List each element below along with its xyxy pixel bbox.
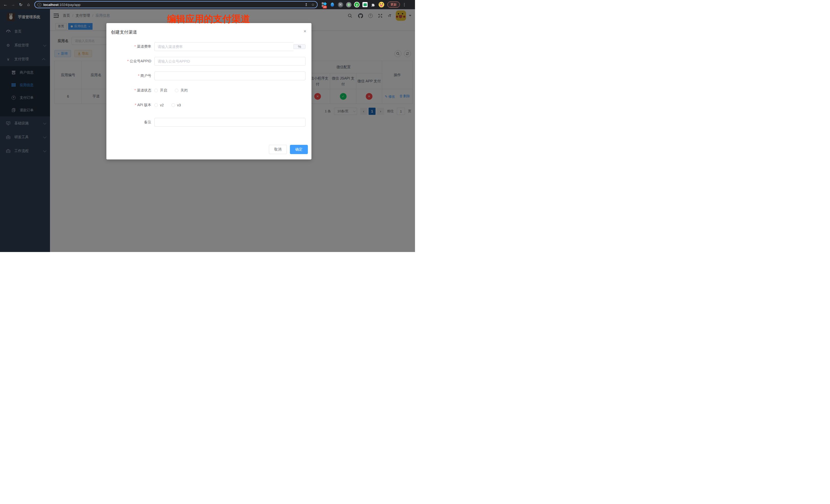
browser-forward-icon[interactable]: → xyxy=(10,1,17,8)
browser-update-button[interactable]: 更新 xyxy=(387,2,400,8)
dialog-form: 渠道费率 % 公众号APPID 商户号 渠道状态 xyxy=(106,42,312,127)
create-channel-dialog: 创建支付渠道 × 渠道费率 % 公众号APPID 商户号 xyxy=(106,23,312,159)
address-bar[interactable]: i localhost:1024/pay/app ↥ ☆ xyxy=(34,1,318,8)
url-text[interactable]: localhost:1024/pay/app xyxy=(43,3,81,7)
radio-circle-icon xyxy=(154,103,158,107)
command-extension-icon[interactable]: ⌘ xyxy=(338,2,343,7)
remark-input[interactable] xyxy=(154,118,306,127)
merchant-id-input[interactable] xyxy=(154,71,306,80)
percent-suffix: % xyxy=(293,44,306,49)
browser-back-icon[interactable]: ← xyxy=(2,1,9,8)
field-label-rate: 渠道费率 xyxy=(106,44,154,49)
cancel-button[interactable]: 取消 xyxy=(269,145,287,154)
balloon-extension-icon[interactable] xyxy=(329,2,335,7)
browser-home-icon[interactable]: ⌂ xyxy=(25,1,32,8)
app-window: 芋道管理系统 首页 ⚙ 系统管理 ¥ 支付管理 xyxy=(0,9,415,252)
bookmark-star-icon[interactable]: ☆ xyxy=(311,3,315,7)
url-host: localhost xyxy=(43,3,58,7)
radio-api-v2[interactable]: v2 xyxy=(154,103,164,107)
radio-circle-icon xyxy=(171,103,175,107)
dialog-title: 创建支付渠道 xyxy=(111,29,137,35)
y-extension-icon[interactable]: y xyxy=(354,2,360,7)
extension-badge: 10 xyxy=(323,6,327,8)
channel-rate-input[interactable] xyxy=(154,42,293,51)
share-icon[interactable]: ↥ xyxy=(305,3,308,7)
site-info-icon[interactable]: i xyxy=(37,3,41,7)
field-label-appid: 公众号APPID xyxy=(106,59,154,64)
radio-circle-icon xyxy=(175,89,179,92)
browser-reload-icon[interactable]: ↻ xyxy=(18,1,24,8)
radio-circle-icon xyxy=(154,89,158,92)
official-appid-input[interactable] xyxy=(154,57,306,66)
field-label-remark: 备注 xyxy=(106,120,154,125)
field-label-merchant: 商户号 xyxy=(106,73,154,78)
confirm-button[interactable]: 确定 xyxy=(290,145,308,154)
radio-status-open[interactable]: 开启 xyxy=(154,88,167,93)
radio-status-closed[interactable]: 关闭 xyxy=(175,88,188,93)
extensions-puzzle-icon[interactable] xyxy=(371,2,376,7)
radio-api-v3[interactable]: v3 xyxy=(171,103,181,107)
recorder-extension-icon[interactable] xyxy=(346,2,351,7)
extensions-row: 10 ⌘ y xyxy=(321,2,384,7)
browser-toolbar: ← → ↻ ⌂ i localhost:1024/pay/app ↥ ☆ 10 … xyxy=(0,0,415,9)
tampermonkey-extension-icon[interactable]: 10 xyxy=(321,2,327,7)
chat-extension-icon[interactable] xyxy=(362,2,368,7)
annotation-text: 编辑应用的支付渠道 xyxy=(167,13,250,25)
browser-menu-icon[interactable]: ⋮ xyxy=(403,2,406,7)
field-label-api-version: API 版本 xyxy=(106,103,154,107)
field-label-status: 渠道状态 xyxy=(106,88,154,93)
url-path: :1024/pay/app xyxy=(58,3,81,7)
emoji-avatar-icon[interactable] xyxy=(379,2,384,7)
screen: ← → ↻ ⌂ i localhost:1024/pay/app ↥ ☆ 10 … xyxy=(0,0,415,252)
dialog-close-icon[interactable]: × xyxy=(304,29,306,34)
